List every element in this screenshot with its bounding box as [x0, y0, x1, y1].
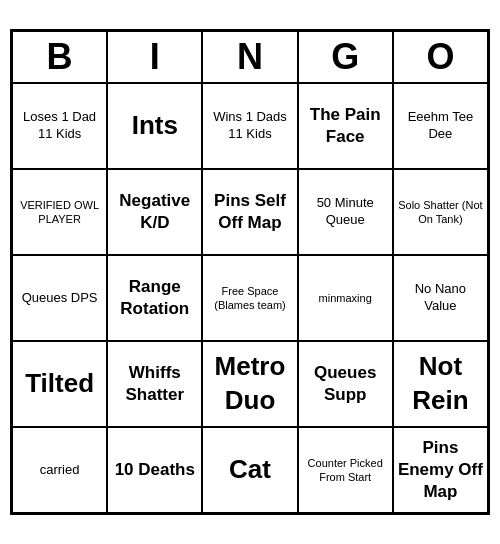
cell-text-16: Whiffs Shatter: [112, 362, 197, 406]
cell-text-3: The Pain Face: [303, 104, 388, 148]
bingo-cell-7[interactable]: Pins Self Off Map: [202, 169, 297, 255]
cell-text-4: Eeehm Tee Dee: [398, 109, 483, 143]
cell-text-1: Ints: [132, 109, 178, 143]
bingo-cell-4[interactable]: Eeehm Tee Dee: [393, 83, 488, 169]
cell-text-12: Free Space (Blames team): [207, 284, 292, 313]
bingo-cell-3[interactable]: The Pain Face: [298, 83, 393, 169]
cell-text-8: 50 Minute Queue: [303, 195, 388, 229]
bingo-grid: Loses 1 Dad 11 KidsIntsWins 1 Dads 11 Ki…: [12, 83, 488, 513]
cell-text-7: Pins Self Off Map: [207, 190, 292, 234]
cell-text-18: Queues Supp: [303, 362, 388, 406]
bingo-cell-21[interactable]: 10 Deaths: [107, 427, 202, 513]
cell-text-9: Solo Shatter (Not On Tank): [398, 198, 483, 227]
cell-text-14: No Nano Value: [398, 281, 483, 315]
bingo-cell-12[interactable]: Free Space (Blames team): [202, 255, 297, 341]
bingo-cell-9[interactable]: Solo Shatter (Not On Tank): [393, 169, 488, 255]
bingo-cell-23[interactable]: Counter Picked From Start: [298, 427, 393, 513]
cell-text-19: Not Rein: [398, 350, 483, 418]
bingo-cell-8[interactable]: 50 Minute Queue: [298, 169, 393, 255]
bingo-cell-24[interactable]: Pins Enemy Off Map: [393, 427, 488, 513]
header-g: G: [298, 31, 393, 83]
bingo-cell-13[interactable]: minmaxing: [298, 255, 393, 341]
bingo-cell-11[interactable]: Range Rotation: [107, 255, 202, 341]
cell-text-6: Negative K/D: [112, 190, 197, 234]
bingo-cell-5[interactable]: VERIFIED OWL PLAYER: [12, 169, 107, 255]
cell-text-11: Range Rotation: [112, 276, 197, 320]
bingo-header: B I N G O: [12, 31, 488, 83]
cell-text-22: Cat: [229, 453, 271, 487]
bingo-cell-16[interactable]: Whiffs Shatter: [107, 341, 202, 427]
cell-text-10: Queues DPS: [22, 290, 98, 307]
cell-text-15: Tilted: [25, 367, 94, 401]
bingo-card: B I N G O Loses 1 Dad 11 KidsIntsWins 1 …: [10, 29, 490, 515]
cell-text-20: carried: [40, 462, 80, 479]
cell-text-13: minmaxing: [319, 291, 372, 305]
cell-text-0: Loses 1 Dad 11 Kids: [17, 109, 102, 143]
cell-text-2: Wins 1 Dads 11 Kids: [207, 109, 292, 143]
bingo-cell-17[interactable]: Metro Duo: [202, 341, 297, 427]
header-n: N: [202, 31, 297, 83]
bingo-cell-19[interactable]: Not Rein: [393, 341, 488, 427]
cell-text-5: VERIFIED OWL PLAYER: [17, 198, 102, 227]
bingo-cell-10[interactable]: Queues DPS: [12, 255, 107, 341]
bingo-cell-6[interactable]: Negative K/D: [107, 169, 202, 255]
bingo-cell-15[interactable]: Tilted: [12, 341, 107, 427]
header-b: B: [12, 31, 107, 83]
cell-text-24: Pins Enemy Off Map: [398, 437, 483, 503]
bingo-cell-20[interactable]: carried: [12, 427, 107, 513]
header-o: O: [393, 31, 488, 83]
bingo-cell-2[interactable]: Wins 1 Dads 11 Kids: [202, 83, 297, 169]
bingo-cell-1[interactable]: Ints: [107, 83, 202, 169]
bingo-cell-14[interactable]: No Nano Value: [393, 255, 488, 341]
bingo-cell-18[interactable]: Queues Supp: [298, 341, 393, 427]
cell-text-21: 10 Deaths: [115, 459, 195, 481]
bingo-cell-22[interactable]: Cat: [202, 427, 297, 513]
bingo-cell-0[interactable]: Loses 1 Dad 11 Kids: [12, 83, 107, 169]
header-i: I: [107, 31, 202, 83]
cell-text-17: Metro Duo: [207, 350, 292, 418]
cell-text-23: Counter Picked From Start: [303, 456, 388, 485]
